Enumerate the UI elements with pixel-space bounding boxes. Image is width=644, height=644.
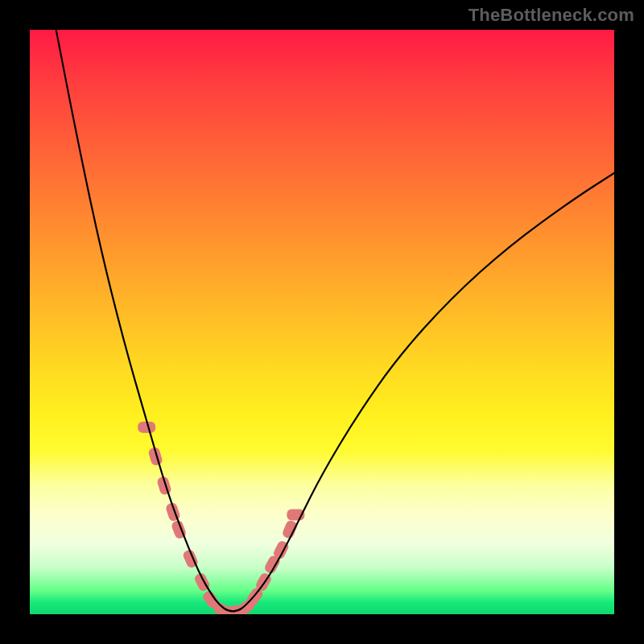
- plot-area: [30, 30, 614, 614]
- watermark-label: TheBottleneck.com: [469, 5, 634, 26]
- curve-layer: [30, 30, 614, 614]
- highlight-marker: [281, 519, 298, 540]
- highlight-marker: [171, 519, 188, 540]
- highlight-marker: [225, 605, 244, 614]
- highlight-marker: [147, 446, 163, 466]
- bottleneck-curve: [56, 30, 614, 611]
- highlight-marker: [236, 597, 257, 614]
- highlight-marker: [182, 548, 200, 569]
- highlight-marker: [201, 589, 221, 610]
- highlight-marker: [213, 601, 233, 614]
- highlight-marker: [272, 539, 290, 560]
- highlight-marker: [138, 422, 155, 433]
- highlight-marker: [287, 510, 304, 521]
- highlight-marker: [254, 572, 273, 592]
- highlight-marker: [165, 502, 181, 522]
- chart-frame: TheBottleneck.com: [0, 0, 644, 644]
- highlight-marker: [156, 476, 172, 496]
- highlight-marker: [193, 572, 211, 592]
- highlight-markers-group: [138, 422, 304, 614]
- highlight-marker: [245, 586, 264, 607]
- highlight-marker: [263, 554, 282, 575]
